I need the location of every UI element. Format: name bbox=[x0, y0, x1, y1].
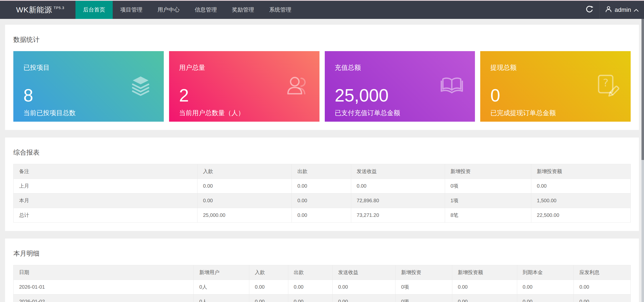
table-header-cell: 出款 bbox=[288, 265, 333, 280]
table-cell: 0.00 bbox=[574, 280, 631, 294]
table-cell: 0.00 bbox=[517, 294, 574, 302]
table-cell: 1,500.00 bbox=[531, 193, 631, 208]
table-row: 2026-01-02 0人 0.00 0.00 0.00 0项 0.00 0.0… bbox=[14, 294, 631, 302]
app-logo: WK新能源TP5.3 bbox=[0, 1, 75, 19]
detail-table: 日期 新增用户 入款 出款 发送收益 新增投资 新增投资额 到期本金 应发利息 … bbox=[13, 265, 631, 302]
stat-card-title: 已投项目 bbox=[23, 64, 154, 71]
stat-card-invested-projects[interactable]: 已投项目 8 当前已投项目总数 bbox=[13, 51, 164, 122]
table-cell: 0项 bbox=[395, 294, 452, 302]
report-panel-title: 综合报表 bbox=[5, 138, 639, 164]
table-cell: 0项 bbox=[445, 179, 531, 193]
stat-card-desc: 当前已投项目总数 bbox=[23, 109, 154, 117]
table-header-cell: 新增投资额 bbox=[452, 265, 517, 280]
app-logo-version: TP5.3 bbox=[54, 6, 64, 10]
table-cell: 8笔 bbox=[445, 208, 531, 223]
nav-item-system[interactable]: 系统管理 bbox=[262, 1, 299, 19]
table-cell: 0.00 bbox=[197, 179, 292, 193]
stat-card-total-withdraw[interactable]: 提现总额 0 已完成提现订单总金额 ? bbox=[480, 51, 631, 122]
nav-item-info[interactable]: 信息管理 bbox=[187, 1, 224, 19]
nav-item-label: 系统管理 bbox=[269, 6, 291, 14]
table-cell: 0.00 bbox=[249, 280, 288, 294]
table-header-cell: 入款 bbox=[197, 164, 292, 179]
layers-icon bbox=[128, 73, 153, 99]
nav-item-label: 项目管理 bbox=[120, 6, 142, 14]
report-table-wrap: 备注 入款 出款 发送收益 新增投资 新增投资额 上月 0.00 0.00 0.… bbox=[5, 164, 639, 231]
table-header-cell: 备注 bbox=[14, 164, 197, 179]
table-header-cell: 发送收益 bbox=[333, 265, 395, 280]
table-header-cell: 新增投资 bbox=[445, 164, 531, 179]
report-panel: 综合报表 备注 入款 出款 发送收益 新增投资 新增投资额 上月 bbox=[5, 138, 639, 231]
table-row: 2026-01-01 0人 0.00 0.00 0.00 0项 0.00 0.0… bbox=[14, 280, 631, 294]
month-detail-panel: 本月明细 日期 新增用户 入款 出款 发送收益 新增投资 新增投资额 到期本金 … bbox=[5, 239, 639, 302]
main-menu: 后台首页 项目管理 用户中心 信息管理 奖励管理 系统管理 bbox=[75, 1, 299, 19]
table-cell: 0人 bbox=[194, 294, 249, 302]
table-cell: 0.00 bbox=[574, 294, 631, 302]
table-row: 上月 0.00 0.00 0.00 0项 0.00 bbox=[14, 179, 631, 193]
svg-text:?: ? bbox=[603, 77, 609, 89]
refresh-button[interactable] bbox=[579, 1, 599, 19]
table-header-cell: 出款 bbox=[292, 164, 351, 179]
table-cell: 本月 bbox=[14, 193, 197, 208]
nav-item-dashboard[interactable]: 后台首页 bbox=[75, 1, 113, 19]
table-cell: 25,000.00 bbox=[197, 208, 292, 223]
table-cell: 0.00 bbox=[452, 294, 517, 302]
admin-menu[interactable]: admin bbox=[600, 1, 644, 19]
table-cell: 0.00 bbox=[333, 280, 395, 294]
table-cell: 0.00 bbox=[517, 280, 574, 294]
table-cell: 0.00 bbox=[292, 179, 351, 193]
table-cell: 0人 bbox=[194, 280, 249, 294]
nav-item-users[interactable]: 用户中心 bbox=[150, 1, 187, 19]
table-cell: 0.00 bbox=[288, 294, 333, 302]
table-cell: 0.00 bbox=[197, 193, 292, 208]
stat-card-desc: 已支付充值订单总金额 bbox=[335, 109, 465, 117]
table-header-cell: 入款 bbox=[249, 265, 288, 280]
table-header-cell: 日期 bbox=[14, 265, 194, 280]
table-header-row: 备注 入款 出款 发送收益 新增投资 新增投资额 bbox=[14, 164, 631, 179]
report-table: 备注 入款 出款 发送收益 新增投资 新增投资额 上月 0.00 0.00 0.… bbox=[13, 164, 631, 223]
table-cell: 0.00 bbox=[531, 179, 631, 193]
admin-username: admin bbox=[615, 6, 631, 13]
stat-card-title: 提现总额 bbox=[490, 64, 621, 71]
detail-table-wrap: 日期 新增用户 入款 出款 发送收益 新增投资 新增投资额 到期本金 应发利息 … bbox=[5, 265, 639, 302]
stat-cards: 已投项目 8 当前已投项目总数 用户总量 2 当前用户总数量（人） bbox=[5, 51, 639, 130]
table-cell: 0.00 bbox=[452, 280, 517, 294]
table-header-cell: 新增投资额 bbox=[531, 164, 631, 179]
stat-card-total-users[interactable]: 用户总量 2 当前用户总数量（人） bbox=[169, 51, 319, 122]
stats-panel-title: 数据统计 bbox=[5, 25, 639, 51]
top-navbar: WK新能源TP5.3 后台首页 项目管理 用户中心 信息管理 奖励管理 系统管理 bbox=[0, 1, 644, 19]
table-cell: 上月 bbox=[14, 179, 197, 193]
table-cell: 73,271.20 bbox=[351, 208, 445, 223]
stat-card-desc: 已完成提现订单总金额 bbox=[490, 109, 621, 117]
table-header-cell: 新增投资 bbox=[395, 265, 452, 280]
table-cell: 0.00 bbox=[292, 208, 351, 223]
users-icon bbox=[284, 73, 309, 99]
table-cell: 0.00 bbox=[288, 280, 333, 294]
table-cell: 72,896.80 bbox=[351, 193, 445, 208]
stat-card-desc: 当前用户总数量（人） bbox=[179, 109, 309, 117]
table-cell: 22,500.00 bbox=[531, 208, 631, 223]
stat-card-title: 用户总量 bbox=[179, 64, 309, 71]
table-header-cell: 应发利息 bbox=[574, 265, 631, 280]
nav-item-projects[interactable]: 项目管理 bbox=[113, 1, 150, 19]
table-cell: 1项 bbox=[445, 193, 531, 208]
stat-card-title: 充值总额 bbox=[335, 64, 465, 71]
table-cell: 2026-01-02 bbox=[14, 294, 194, 302]
nav-item-rewards[interactable]: 奖励管理 bbox=[224, 1, 262, 19]
table-cell: 0.00 bbox=[333, 294, 395, 302]
table-cell: 0.00 bbox=[249, 294, 288, 302]
table-header-row: 日期 新增用户 入款 出款 发送收益 新增投资 新增投资额 到期本金 应发利息 bbox=[14, 265, 631, 280]
user-icon bbox=[605, 6, 612, 14]
scrollbar-track[interactable] bbox=[641, 19, 644, 302]
table-cell: 0.00 bbox=[351, 179, 445, 193]
nav-item-label: 奖励管理 bbox=[232, 6, 254, 14]
navbar-right: admin bbox=[579, 1, 644, 19]
table-cell: 0项 bbox=[395, 280, 452, 294]
table-cell: 0.00 bbox=[292, 193, 351, 208]
table-cell: 2026-01-01 bbox=[14, 280, 194, 294]
month-detail-panel-title: 本月明细 bbox=[5, 239, 639, 265]
scrollbar-thumb[interactable] bbox=[641, 19, 644, 160]
stats-panel: 数据统计 已投项目 8 当前已投项目总数 用户总量 2 当前用户总数量（人） bbox=[5, 25, 639, 130]
table-header-cell: 新增用户 bbox=[194, 265, 249, 280]
stat-card-total-recharge[interactable]: 充值总额 25,000 已支付充值订单总金额 bbox=[325, 51, 475, 122]
form-question-icon: ? bbox=[595, 73, 620, 99]
